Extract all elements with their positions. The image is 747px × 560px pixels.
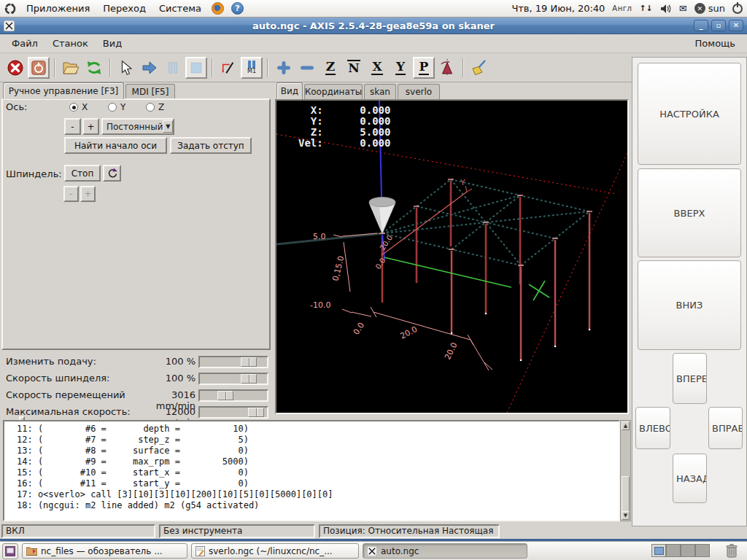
spindle-faster-button[interactable]: +	[80, 186, 96, 202]
radio-z-label: Z	[158, 102, 164, 112]
workspace-4[interactable]	[695, 544, 710, 557]
feed-override-slider[interactable]	[198, 356, 268, 368]
pause-button[interactable]	[162, 57, 184, 79]
taskbar-window-nc-files[interactable]: nc_files — обозреватель ...	[22, 543, 187, 559]
trash-applet[interactable]	[724, 543, 739, 560]
jog-minus-button[interactable]: -	[64, 118, 81, 135]
move-left-button[interactable]: ВЛЕВО	[635, 407, 670, 449]
radio-axis-y[interactable]: Y	[108, 102, 125, 112]
estop-button[interactable]	[4, 57, 26, 79]
radio-axis-z[interactable]: Z	[146, 102, 164, 112]
rotate-view-button[interactable]	[436, 57, 458, 79]
panel-menu-applications[interactable]: Приложения	[23, 1, 93, 15]
tab-mdi[interactable]: MDI [F5]	[125, 84, 175, 99]
minimize-button[interactable]: _	[694, 20, 708, 31]
gcode-scrollbar[interactable]: ▲ ▼	[620, 420, 631, 521]
zoom-in-button[interactable]	[273, 57, 295, 79]
scroll-down-icon[interactable]: ▼	[622, 511, 630, 520]
radio-axis-x[interactable]: X	[69, 102, 88, 112]
taskbar-window-sverlo[interactable]: sverlo.ngc (~/linuxcnc/nc_...	[191, 543, 359, 559]
view-perspective-icon: P	[419, 60, 430, 75]
tab-skan[interactable]: skan	[364, 84, 396, 99]
taskbar: nc_files — обозреватель ... sverlo.ngc (…	[0, 541, 747, 560]
max-velocity-slider[interactable]	[198, 406, 268, 419]
maximize-button[interactable]: ▫	[711, 20, 726, 31]
status-position-text: Позиция: Относительная Настоящая	[323, 526, 493, 536]
keyboard-layout-indicator[interactable]: Англ	[612, 4, 632, 12]
move-down-label: ВНИЗ	[676, 300, 703, 311]
manual-control-pane	[1, 98, 271, 350]
view-z-button[interactable]: Z	[320, 57, 341, 79]
workspace-2[interactable]	[666, 544, 681, 557]
settings-button[interactable]: НАСТРОЙКА	[638, 63, 741, 165]
taskbar-window-auto-ngc[interactable]: auto.ngc	[363, 543, 527, 559]
preview-canvas[interactable]: Y 5.0 0,15.0 -10.0 0.0 20.0 20.0 20.0 0.…	[275, 99, 629, 414]
firefox-launcher-icon[interactable]	[212, 2, 224, 15]
workspace-1[interactable]	[651, 544, 666, 557]
spindle-override-slider[interactable]	[198, 373, 268, 385]
move-up-button[interactable]: ВВЕРХ	[638, 168, 741, 257]
panel-menu-system[interactable]: Система	[156, 1, 204, 15]
view-perspective-button[interactable]: P	[413, 57, 435, 79]
view-y-button[interactable]: Y	[390, 57, 411, 79]
view-z2-button[interactable]: N	[343, 57, 365, 79]
menu-machine[interactable]: Станок	[47, 36, 94, 51]
spindle-label: Шпиндель:	[6, 168, 62, 179]
move-back-button[interactable]: НАЗАД	[673, 454, 707, 503]
user-status[interactable]: ✕ sun	[694, 3, 725, 14]
window-titlebar[interactable]: auto.ngc - AXIS 2.5.4-28-gea8e59a on ska…	[0, 18, 747, 34]
workspace-3[interactable]	[681, 544, 695, 557]
feed-override-handle[interactable]	[241, 357, 257, 367]
ubuntu-logo-icon[interactable]	[4, 3, 16, 15]
scroll-up-icon[interactable]: ▲	[622, 421, 630, 430]
move-down-button[interactable]: ВНИЗ	[638, 260, 741, 350]
home-axis-button[interactable]: Найти начало оси	[64, 137, 167, 154]
spindle-slower-button[interactable]: -	[63, 186, 79, 202]
open-file-button[interactable]	[60, 57, 82, 79]
move-right-button[interactable]: ВПРАВО	[708, 407, 743, 449]
view-x-button[interactable]: X	[366, 57, 388, 79]
power-icon[interactable]	[732, 4, 743, 14]
panel-menu-places[interactable]: Переход	[100, 1, 149, 15]
optional-pause-button[interactable]: M1	[241, 57, 263, 79]
menu-view[interactable]: Вид	[97, 36, 128, 51]
tab-sverlo[interactable]: sverlo	[398, 84, 440, 99]
updown-arrows-icon[interactable]: ↑↓	[639, 4, 652, 13]
menubar: Файл Станок Вид Помощь	[0, 34, 747, 53]
menu-help[interactable]: Помощь	[689, 36, 741, 51]
clock[interactable]: Чтв, 19 Июн, 20:40	[511, 3, 605, 14]
stop-button[interactable]	[185, 57, 207, 79]
gcode-text: 11: ( #6 = depth = 10) 12: ( #7 = step_z…	[4, 421, 619, 511]
show-desktop-button[interactable]	[2, 543, 18, 559]
max-velocity-handle[interactable]	[248, 408, 264, 417]
help-launcher-icon[interactable]: ?	[231, 2, 244, 15]
menu-file[interactable]: Файл	[6, 36, 44, 51]
tab-manual-control[interactable]: Ручное управление [F3]	[3, 82, 124, 99]
clear-plot-button[interactable]	[468, 57, 490, 79]
run-program-button[interactable]	[139, 57, 160, 79]
reload-file-button[interactable]	[83, 57, 105, 79]
workspace-switcher[interactable]	[651, 544, 710, 557]
touch-off-button[interactable]: Задать отступ	[170, 137, 252, 154]
close-button[interactable]: ✕	[729, 20, 743, 31]
spindle-turn-button[interactable]	[103, 165, 121, 182]
gcode-listing[interactable]: 11: ( #6 = depth = 10) 12: ( #7 = step_z…	[3, 420, 620, 521]
jog-plus-button[interactable]: +	[82, 118, 99, 135]
jog-mode-select[interactable]: Постоянный ▼	[101, 118, 174, 135]
block-delete-button[interactable]	[217, 57, 239, 79]
machine-power-button[interactable]	[28, 57, 50, 79]
spindle-override-handle[interactable]	[241, 374, 257, 384]
jog-speed-handle[interactable]	[217, 391, 233, 400]
move-forward-button[interactable]: ВПЕРЕД	[673, 353, 707, 404]
speaker-icon[interactable]	[660, 4, 672, 14]
user-name: sun	[708, 3, 725, 14]
jog-mode-value: Постоянный	[103, 122, 163, 132]
tab-dro[interactable]: Координаты	[304, 84, 363, 99]
move-up-label: ВВЕРХ	[674, 208, 705, 219]
tab-preview[interactable]: Вид	[276, 82, 303, 99]
zoom-out-button[interactable]	[296, 57, 318, 79]
jog-speed-slider[interactable]	[198, 389, 268, 402]
pointer-tool-button[interactable]	[115, 57, 137, 79]
mail-icon[interactable]: ✉	[679, 3, 687, 14]
spindle-stop-button[interactable]: Стоп	[64, 165, 101, 182]
